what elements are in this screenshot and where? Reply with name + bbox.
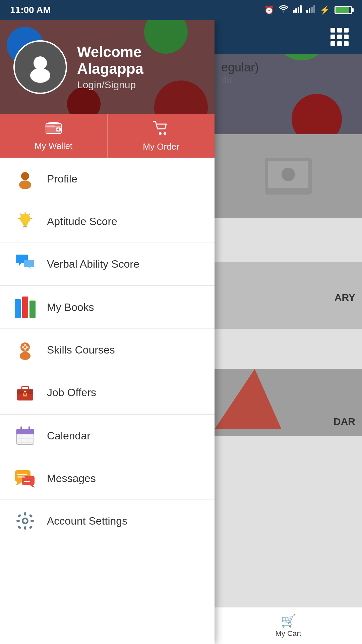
svg-rect-3 [300, 5, 302, 13]
aptitude-icon [13, 210, 37, 233]
svg-rect-64 [31, 520, 34, 522]
svg-rect-0 [293, 10, 295, 13]
menu-item-calendar[interactable]: Calendar [0, 415, 215, 457]
deco-circle-red [292, 94, 342, 134]
svg-point-20 [164, 132, 166, 135]
signal1-icon [293, 5, 302, 15]
messages-icon [13, 467, 37, 490]
svg-rect-68 [29, 525, 33, 529]
bg-sub-text: du [221, 74, 355, 85]
svg-point-43 [24, 393, 26, 395]
svg-rect-63 [16, 520, 20, 522]
verbal-icon [13, 252, 37, 276]
status-time: 11:00 AM [10, 5, 51, 15]
svg-rect-36 [22, 346, 23, 348]
svg-rect-34 [24, 344, 26, 345]
books-icon [13, 296, 37, 319]
svg-rect-62 [24, 526, 26, 530]
messages-label: Messages [47, 472, 96, 485]
svg-rect-5 [309, 8, 310, 13]
svg-rect-65 [17, 514, 21, 518]
menu-item-settings[interactable]: Account Settings [0, 500, 215, 542]
profile-icon [13, 167, 37, 191]
aptitude-label: Aptitude Score [47, 215, 117, 228]
calendar-label: Calendar [47, 430, 90, 442]
svg-point-18 [57, 128, 59, 130]
wallet-icon [45, 121, 62, 138]
svg-point-19 [159, 132, 162, 135]
drawer-header-text: Welcome Alagappa Login/Signup [77, 44, 201, 91]
svg-line-28 [29, 214, 30, 215]
grid-icon[interactable] [330, 28, 349, 46]
bg-label-ary: ARY [335, 292, 355, 303]
menu-item-job[interactable]: Job Offers [0, 371, 215, 414]
menu-item-messages[interactable]: Messages [0, 457, 215, 500]
books-label: My Books [47, 301, 94, 314]
svg-point-31 [20, 352, 31, 360]
settings-icon [13, 509, 37, 533]
verbal-label: Verbal Ability Score [47, 258, 139, 270]
bg-label-dar: DAR [334, 416, 355, 427]
wallet-order-bar: My Wallet My Order [0, 114, 215, 158]
menu-item-books[interactable]: My Books [0, 286, 215, 329]
skills-label: Skills Courses [47, 344, 115, 356]
login-signup-link[interactable]: Login/Signup [77, 79, 201, 91]
battery-icon [335, 6, 352, 14]
skills-icon [13, 338, 37, 362]
job-label: Job Offers [47, 386, 96, 399]
my-cart-label: My Cart [276, 629, 301, 638]
svg-rect-46 [16, 433, 34, 434]
side-drawer: Welcome Alagappa Login/Signup My Wallet [0, 20, 215, 644]
svg-rect-16 [45, 125, 55, 127]
profile-label: Profile [47, 173, 77, 185]
my-cart-bar[interactable]: 🛒 My Cart [215, 607, 362, 644]
welcome-text: Welcome Alagappa [77, 44, 201, 77]
dh-circle-darkred2 [67, 87, 101, 114]
svg-rect-35 [24, 349, 26, 351]
menu-item-skills[interactable]: Skills Courses [0, 329, 215, 371]
menu-item-aptitude[interactable]: Aptitude Score [0, 200, 215, 243]
svg-rect-1 [295, 8, 297, 13]
svg-rect-7 [313, 5, 315, 13]
clock-icon: ⏰ [264, 5, 274, 15]
calendar-icon [13, 424, 37, 447]
drawer-header: Welcome Alagappa Login/Signup [0, 20, 215, 114]
svg-point-10 [282, 168, 295, 181]
svg-point-22 [19, 180, 31, 189]
bg-image-1 [215, 134, 362, 218]
my-order-button[interactable]: My Order [108, 114, 215, 158]
avatar[interactable] [13, 40, 67, 94]
svg-rect-67 [17, 525, 21, 529]
my-wallet-button[interactable]: My Wallet [0, 114, 108, 158]
svg-rect-37 [27, 346, 28, 348]
svg-rect-6 [311, 7, 313, 13]
svg-rect-24 [23, 226, 27, 227]
svg-rect-4 [306, 10, 308, 13]
charging-icon: ⚡ [320, 5, 330, 15]
drawer-menu: Profile Aptitude Score [0, 158, 215, 644]
svg-point-33 [24, 346, 26, 348]
job-icon [13, 381, 37, 404]
menu-item-verbal[interactable]: Verbal Ability Score [0, 243, 215, 285]
wifi-icon [279, 5, 288, 15]
svg-rect-61 [24, 512, 26, 516]
svg-marker-11 [215, 369, 282, 429]
svg-rect-2 [298, 7, 299, 13]
svg-point-13 [30, 68, 50, 83]
signal2-icon [306, 5, 315, 15]
my-cart-icon: 🛒 [281, 614, 296, 628]
svg-point-60 [23, 519, 27, 523]
settings-label: Account Settings [47, 515, 127, 527]
order-label: My Order [143, 142, 179, 152]
order-icon [153, 120, 170, 139]
menu-item-profile[interactable]: Profile [0, 158, 215, 200]
bg-header [215, 20, 362, 54]
svg-rect-66 [29, 514, 33, 518]
wallet-label: My Wallet [35, 141, 72, 151]
svg-point-21 [21, 172, 29, 180]
svg-line-29 [20, 214, 21, 215]
bg-page-content: egular) du [215, 54, 362, 92]
status-bar: 11:00 AM ⏰ [0, 0, 362, 20]
svg-point-12 [34, 56, 47, 70]
status-icons: ⏰ ⚡ [264, 5, 352, 15]
